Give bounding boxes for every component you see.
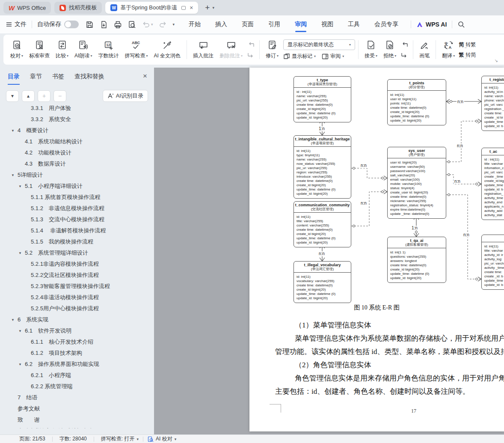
menu-reference[interactable]: 引用 [261,15,288,33]
document-page[interactable]: 1:n n:n n:n n:n n:n n:n n:n 1:n n:n t_ty… [249,68,504,431]
status-ai-proofread[interactable]: AI 校对▾ [148,435,176,443]
print-preview-icon[interactable] [128,21,136,29]
ribbon-expand-icon[interactable]: ↘ [495,58,498,63]
translate-button[interactable]: 文A 翻译▾ [439,35,458,65]
toc-item[interactable]: 6.1.2 项目技术架构 [0,348,154,359]
spell-check-button[interactable]: ABC 拼写检查▾ [122,35,151,65]
undo-caret-icon[interactable]: ▾ [151,22,153,27]
previous-change-icon[interactable] [401,42,408,48]
toc-item[interactable]: 5.1.4 非遗解答模块操作流程 [0,225,154,236]
collapse-arrow-icon[interactable]: ▼ [18,363,22,366]
sidebar-tab-toc[interactable]: 目录 [8,73,20,85]
show-markup-button[interactable]: 显示标记▾ [283,53,316,60]
toc-item[interactable]: ▼6.1 软件开发说明 [0,325,154,336]
search-icon[interactable] [457,21,465,28]
reject-button[interactable]: 拒绝▾ [380,35,399,65]
toc-item[interactable]: 致 谢 [0,414,154,425]
toc-item[interactable]: 本科毕业论文(设计)成绩评定表 [0,425,154,428]
ai-recognize-toc-button[interactable]: AI识别目录 [103,90,148,102]
popout-icon[interactable] [181,6,186,10]
toc-next-button[interactable]: ▾ [6,90,19,102]
export-pdf-icon[interactable] [100,21,108,29]
toc-item[interactable]: 6.2.1 小程序端 [0,370,154,381]
toc-item[interactable]: 5.2.5用户中心模块操作流程 [0,303,154,314]
toc-item[interactable]: 3.3.1 用户体验 [0,103,154,114]
menu-insert[interactable]: 插入 [208,15,234,33]
ink-brush-button[interactable]: 画笔 [416,35,433,65]
toc-item[interactable]: 4.2 功能模块设计 [0,147,154,158]
previous-comment-icon[interactable] [247,42,255,48]
proofread-button[interactable]: 校对▾ [7,35,26,65]
menu-tools[interactable]: 工具 [341,15,367,33]
collapse-arrow-icon[interactable]: ▼ [18,184,22,188]
wps-ai-button[interactable]: WPS AI [416,21,447,28]
toc-item[interactable]: 5.1.5 我的模块操作流程 [0,236,154,247]
toc-item[interactable]: 5.2.1非遗内容模块操作流程 [0,259,154,270]
menu-home[interactable]: 开始 [181,15,208,33]
next-comment-icon[interactable] [247,52,255,57]
toc-item[interactable]: ▼4 概要设计 [0,125,154,136]
compare-button[interactable]: 比较▾ [53,35,71,65]
toc-item[interactable]: ▼6.2 操作系统界面和功能实现 [0,359,154,370]
print-icon[interactable] [114,21,122,29]
review-pane-button[interactable]: 审阅▾ [322,53,344,60]
ai-read-aloud-button[interactable]: AI朗读▾ [71,35,95,65]
collapse-arrow-icon[interactable]: ▼ [11,129,15,133]
file-menu[interactable]: 文件 [6,21,27,28]
toc-item[interactable]: 5.1.1 系统首页模块操作流程 [0,192,154,203]
toc-collapse-button[interactable]: − [53,90,66,102]
new-tab-button[interactable]: + [205,3,210,12]
save-icon[interactable] [86,21,94,29]
toc-item[interactable]: 6.1.1 核心开发技术介绍 [0,336,154,348]
toc-item[interactable]: 5.1.3 交流中心模块操作流程 [0,214,154,225]
toc-item[interactable]: ▼5.1 小程序端详细设计 [0,181,154,192]
collapse-arrow-icon[interactable]: ▼ [11,173,15,177]
toc-item[interactable]: 5.2.4非遗活动模块操作流程 [0,292,154,303]
toc-item[interactable]: 5.1.2 非遗信息模块操作流程 [0,203,154,214]
menu-page[interactable]: 页面 [234,15,261,33]
toc-item[interactable]: ▼5.2 系统管理端详细设计 [0,247,154,259]
markup-state-select[interactable]: 显示标记的最终状态 ▾ [283,39,355,50]
track-changes-button[interactable]: 修订▾ [263,35,282,65]
undo-icon[interactable] [142,21,150,28]
toc-item[interactable]: 6.2.2 系统管理端 [0,381,154,392]
autosave-toggle[interactable] [64,21,79,28]
sidebar-tab-bookmarks[interactable]: 书签 [52,73,64,85]
toc-item[interactable]: 7 结语 [0,392,154,403]
tab-list-caret-icon[interactable]: ▾ [212,6,214,10]
document-workarea[interactable]: 1:n n:n n:n n:n n:n n:n n:n 1:n n:n t_ty… [154,68,504,434]
close-tab-icon[interactable]: × [190,5,193,11]
redo-icon[interactable] [159,21,167,28]
collapse-arrow-icon[interactable]: ▼ [11,318,15,322]
ai-polish-button[interactable]: AI 全文润色 [151,35,184,65]
standard-review-button[interactable]: 标准审查 [26,35,53,65]
next-change-icon[interactable] [401,52,408,57]
collapse-arrow-icon[interactable]: ▼ [18,329,22,333]
toc-expand-button[interactable]: + [38,90,50,102]
toc-item[interactable]: 5.2.2交流社区模块操作流程 [0,270,154,281]
toc-item[interactable]: 3.3.2 系统安全 [0,114,154,125]
toc-item[interactable]: 4.3 数据库设计 [0,158,154,169]
toc-item[interactable]: 4.1 系统功能结构设计 [0,136,154,147]
quickbar-caret-icon[interactable]: ▾ [173,22,175,27]
sidebar-tab-chapters[interactable]: 章节 [30,73,42,85]
status-word-count[interactable]: 字数: 28040 [59,435,87,443]
simplified-to-traditional-button[interactable]: 简→ 转繁 [459,41,476,48]
collapse-arrow-icon[interactable]: ▼ [18,251,22,255]
word-count-button[interactable]: 12 字数统计 [95,35,122,65]
sidebar-tab-find-replace[interactable]: 查找和替换 [74,73,104,85]
tab-wps-office[interactable]: W WPS Office [3,2,51,14]
status-page[interactable]: 页面: 21/53 [19,435,45,443]
toc-previous-button[interactable]: ▴ [22,90,35,102]
tab-document[interactable]: W 基于Spring Boot的非遗科普 × [105,2,198,14]
menu-view[interactable]: 视图 [314,15,341,33]
status-spell-check[interactable]: 拼写检查: 打开▾ [101,435,139,443]
toc-item[interactable]: ▼6 系统实现 [0,314,154,325]
menu-member[interactable]: 会员专享 [367,15,406,33]
accept-button[interactable]: 接受▾ [362,35,380,65]
insert-comment-button[interactable]: 插入批注 [190,35,216,65]
traditional-to-simplified-button[interactable]: 繁→ 转简 [459,51,476,59]
toc-item[interactable]: ▼5详细设计 [0,169,154,181]
toc-item[interactable]: 参考文献 [0,403,154,414]
toc-item[interactable]: 5.2.3智能客服管理模块操作流程 [0,281,154,292]
